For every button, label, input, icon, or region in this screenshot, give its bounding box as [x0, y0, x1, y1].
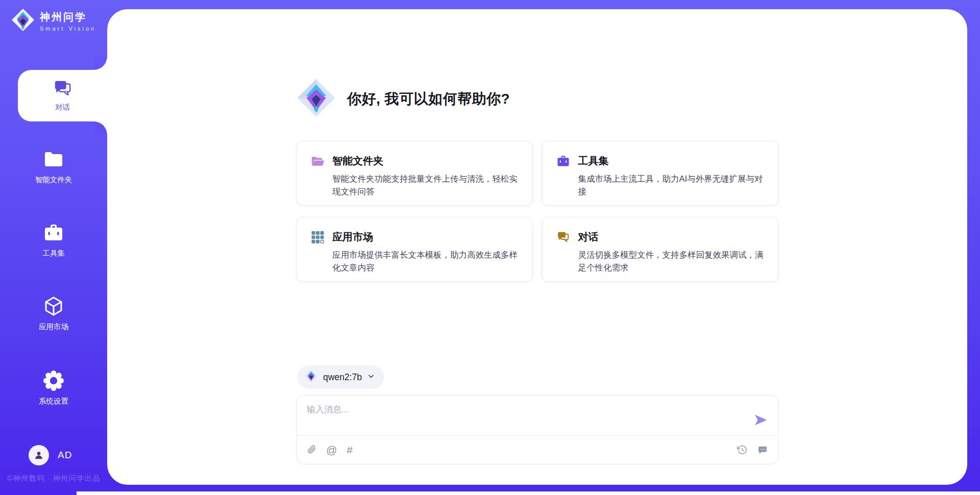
- card-smart-folder[interactable]: 智能文件夹 智能文件夹功能支持批量文件上传与清洗，轻松实现文件问答: [296, 141, 533, 206]
- card-description: 集成市场上主流工具，助力AI与外界无缝扩展与对接: [578, 172, 765, 198]
- cube-icon: [43, 295, 64, 317]
- history-icon[interactable]: [737, 444, 747, 455]
- horizontal-scrollbar[interactable]: [77, 491, 980, 495]
- greeting: 你好, 我可以如何帮助你?: [296, 78, 510, 120]
- brand-subtitle: Smart Vision: [40, 26, 96, 32]
- greeting-title: 你好, 我可以如何帮助你?: [347, 89, 510, 109]
- card-chat[interactable]: 对话 灵活切换多模型文件，支持多样回复效果调试，满足个性化需求: [542, 217, 779, 282]
- sidebar-item-label: 对话: [55, 103, 70, 112]
- card-description: 灵活切换多模型文件，支持多样回复效果调试，满足个性化需求: [578, 249, 765, 274]
- model-diamond-icon: [304, 369, 317, 385]
- card-title: 应用市场: [332, 230, 373, 244]
- card-app-market[interactable]: 应用市场 应用市场提供丰富长文本模板，助力高效生成多样化文章内容: [296, 217, 533, 282]
- chevron-down-icon: [368, 373, 375, 382]
- main-panel: 你好, 我可以如何帮助你? 智能文件夹 智能文件夹功能支持批量文件上传与清洗，轻…: [107, 9, 967, 485]
- sidebar-item-app-market[interactable]: 应用市场: [0, 295, 107, 332]
- chat-icon: [53, 79, 72, 99]
- gear-icon: [42, 369, 65, 392]
- composer: @ #: [296, 395, 778, 464]
- send-button[interactable]: [753, 413, 768, 427]
- app-logo-icon: [11, 8, 35, 34]
- chat-bubbles-icon: [557, 231, 570, 244]
- model-name: qwen2:7b: [323, 372, 362, 383]
- tile-cube-icon: [311, 231, 324, 244]
- card-title: 对话: [578, 230, 599, 244]
- sidebar-item-chat[interactable]: 对话: [18, 70, 107, 121]
- card-title: 工具集: [578, 154, 609, 168]
- open-folder-icon: [311, 155, 324, 168]
- sidebar-footer: ©神州数码 · 神州问学出品: [7, 474, 101, 483]
- topic-icon[interactable]: #: [347, 444, 353, 455]
- send-icon: [753, 413, 768, 427]
- sidebar-item-label: 应用市场: [39, 322, 68, 332]
- feedback-icon[interactable]: [757, 445, 768, 455]
- card-toolset[interactable]: 工具集 集成市场上主流工具，助力AI与外界无缝扩展与对接: [542, 141, 779, 206]
- toolbox-icon: [43, 221, 64, 244]
- app-logo: 神州问学 Smart Vision: [11, 8, 96, 34]
- avatar: [29, 445, 49, 465]
- sidebar-item-label: 工具集: [42, 249, 65, 258]
- card-title: 智能文件夹: [332, 154, 383, 168]
- sidebar-item-label: 系统设置: [39, 397, 68, 406]
- sidebar-item-toolset[interactable]: 工具集: [0, 221, 107, 258]
- sidebar-item-settings[interactable]: 系统设置: [0, 369, 107, 406]
- card-description: 智能文件夹功能支持批量文件上传与清洗，轻松实现文件问答: [332, 172, 519, 198]
- composer-toolbar: @ #: [297, 436, 778, 464]
- message-input[interactable]: [307, 404, 736, 432]
- brand-name: 神州问学: [40, 10, 96, 24]
- feature-cards: 智能文件夹 智能文件夹功能支持批量文件上传与清洗，轻松实现文件问答 工具集 集成…: [296, 141, 778, 282]
- user-profile[interactable]: AD: [29, 445, 72, 465]
- mention-icon[interactable]: @: [326, 444, 337, 455]
- card-description: 应用市场提供丰富长文本模板，助力高效生成多样化文章内容: [332, 249, 519, 274]
- folder-icon: [43, 148, 64, 170]
- briefcase-icon: [557, 155, 570, 168]
- model-selector[interactable]: qwen2:7b: [297, 365, 384, 389]
- greeting-logo-icon: [296, 78, 336, 120]
- user-name: AD: [58, 450, 72, 461]
- sidebar-item-smart-folder[interactable]: 智能文件夹: [0, 148, 107, 185]
- sidebar: 神州问学 Smart Vision 对话 智能文件夹: [0, 0, 107, 495]
- sidebar-item-label: 智能文件夹: [35, 175, 72, 185]
- attachment-icon[interactable]: [307, 445, 316, 455]
